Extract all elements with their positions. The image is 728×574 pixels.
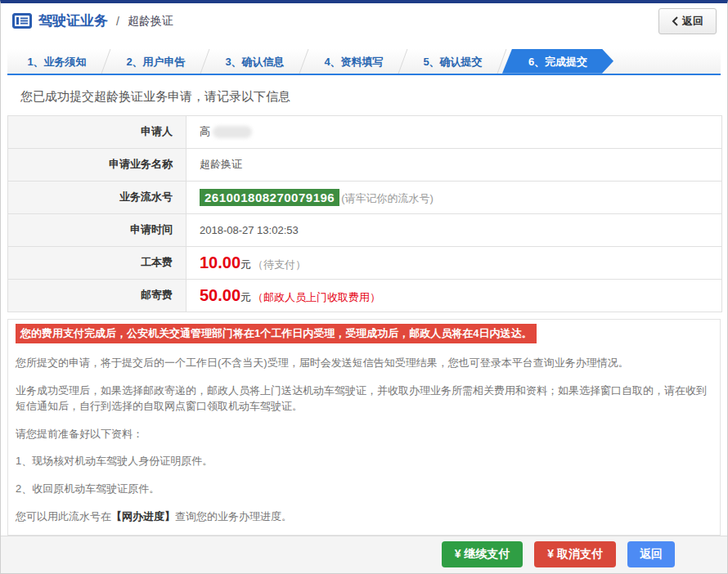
step-tab-business-notice: 1、业务须知	[7, 49, 106, 74]
table-row: 申请时间 2018-08-27 13:02:53	[8, 213, 722, 246]
license-list-icon	[12, 13, 32, 29]
back-button-label: 返回	[682, 14, 703, 29]
chevron-left-icon	[672, 16, 678, 26]
row-label: 工本费	[8, 246, 186, 279]
apply-time-value: 2018-08-27 13:02:53	[186, 213, 722, 246]
header: 驾驶证业务 / 超龄换证 返回	[1, 3, 727, 39]
progress-note-prefix: 您可以用此流水号在	[16, 510, 111, 522]
footer: ¥ 继续支付 ¥ 取消支付 返回	[1, 536, 727, 574]
notice-paragraph: 请您提前准备好以下资料：	[16, 426, 712, 442]
notice-paragraph: 您所提交的申请，将于提交后的一个工作日(不含当天)受理，届时会发送短信告知受理结…	[16, 355, 712, 371]
page: 驾驶证业务 / 超龄换证 返回 1、业务须知 2、用户申告 3、确认信息 4、资…	[0, 0, 728, 574]
fee-amount: 10.00	[200, 253, 240, 271]
business-name-value: 超龄换证	[186, 148, 722, 181]
postage-unit: 元	[240, 291, 251, 303]
table-row: 工本费 10.00元（待支付）	[8, 246, 722, 279]
info-table: 申请人 高 申请业务名称 超龄换证 业务流水号 2610018082700791…	[7, 115, 722, 312]
success-message: 您已成功提交超龄换证业务申请，请记录以下信息	[20, 89, 714, 105]
progress-note-suffix: 查询您的业务办理进度。	[175, 510, 292, 522]
progress-note: 您可以用此流水号在【网办进度】查询您的业务办理进度。	[16, 509, 712, 525]
steps-bar: 1、业务须知 2、用户申告 3、确认信息 4、资料填写 5、确认提交 6、完成提…	[7, 49, 721, 75]
serial-number-note: (请牢记你的流水号)	[341, 192, 434, 204]
breadcrumb-separator: /	[116, 15, 119, 28]
alert-banner: 您的费用支付完成后，公安机关交通管理部门将在1个工作日内受理，受理成功后，邮政人…	[16, 324, 537, 343]
applicant-name: 高	[200, 125, 210, 137]
materials-list-item: 2、收回原机动车驾驶证原件。	[16, 481, 712, 497]
row-label: 业务流水号	[8, 181, 186, 213]
row-label: 邮寄费	[8, 279, 186, 312]
row-label: 申请业务名称	[8, 148, 186, 181]
table-row: 申请业务名称 超龄换证	[8, 148, 722, 181]
row-label: 申请人	[8, 115, 186, 148]
table-row: 业务流水号 261001808270079196(请牢记你的流水号)	[8, 181, 722, 213]
table-row: 申请人 高	[8, 115, 722, 148]
cancel-payment-button[interactable]: ¥ 取消支付	[534, 541, 616, 567]
notice-paragraph: 业务成功受理后，如果选择邮政寄递的，邮政人员将上门送达机动车驾驶证，并收取办理业…	[16, 383, 712, 415]
applicant-name-redacted	[213, 126, 252, 138]
step-tab-confirm-info: 3、确认信息	[205, 49, 304, 74]
fee-unit: 元	[240, 258, 251, 271]
postage-note: （邮政人员上门收取费用）	[253, 291, 380, 303]
breadcrumb-current: 超龄换证	[128, 14, 173, 29]
serial-number-badge: 261001808270079196	[200, 189, 339, 206]
fee-note: （待支付）	[253, 258, 306, 271]
step-tab-user-declaration: 2、用户申告	[106, 49, 205, 74]
step-tab-fill-data: 4、资料填写	[304, 49, 403, 74]
progress-menu-name: 【网办进度】	[111, 510, 175, 522]
notice-panel: 您的费用支付完成后，公安机关交通管理部门将在1个工作日内受理，受理成功后，邮政人…	[7, 319, 721, 536]
row-label: 申请时间	[8, 213, 186, 246]
return-button[interactable]: 返回	[627, 541, 675, 567]
table-row: 邮寄费 50.00元（邮政人员上门收取费用）	[8, 279, 722, 312]
page-title: 驾驶证业务	[38, 11, 108, 30]
step-tab-complete-submit: 6、完成提交	[502, 49, 613, 74]
step-tab-confirm-submit: 5、确认提交	[403, 49, 502, 74]
materials-list-item: 1、现场核对机动车驾驶人身份证明原件。	[16, 453, 712, 469]
continue-payment-button[interactable]: ¥ 继续支付	[442, 541, 524, 567]
back-button[interactable]: 返回	[658, 8, 717, 34]
postage-amount: 50.00	[200, 286, 240, 304]
breadcrumb: 驾驶证业务 / 超龄换证	[12, 11, 173, 30]
